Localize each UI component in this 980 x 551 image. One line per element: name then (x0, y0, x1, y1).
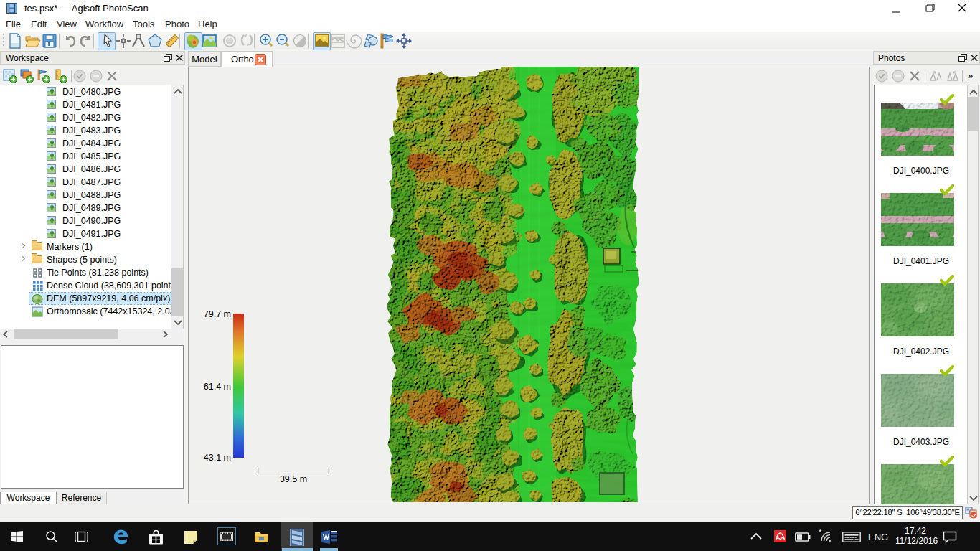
svg-text:*: * (819, 529, 822, 537)
